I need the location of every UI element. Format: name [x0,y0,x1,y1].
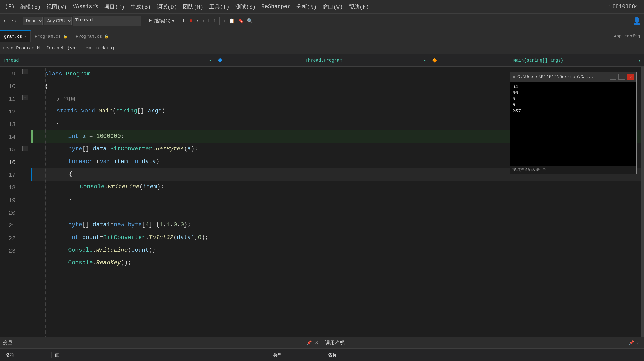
menu-item-analyze[interactable]: 分析(N) [294,2,320,12]
class-label: Thread.Program [305,58,342,63]
tab-close-2[interactable]: 🔒 [104,34,109,39]
code-line-17: Console.WriteLine(item); [31,180,640,193]
code-line-22: Console.WriteLine(count); [31,244,640,256]
debug-mode-dropdown[interactable]: Debu [23,16,42,25]
callstack-panel-body: 名称 [322,348,644,361]
toolbar-forward-btn[interactable]: ↪ [10,17,18,25]
line-num-21: 21 [0,220,20,232]
console-line-2: 66 [512,90,634,96]
tab-appconfig[interactable]: App.config [610,30,644,42]
menu-item-edit[interactable]: 编辑(E) [18,2,44,12]
console-minimize-btn[interactable]: － [610,74,616,80]
tab-close-active[interactable]: ✕ [24,34,27,39]
menu-item-test[interactable]: 测试(S) [232,2,259,12]
console-titlebar: ■ C:\Users\911512\Desktop\Ca... － □ ✕ [510,72,636,82]
line-num-11: 11 [0,93,20,106]
code-line-21: int count=BitConverter.ToInt32(data1,0); [31,231,640,244]
variables-columns: 名称 值 类型 [3,352,319,358]
namespace-chevron-icon: ▾ [209,58,212,63]
toolbar-sep-2 [144,17,144,25]
callstack-expand-btn[interactable]: ⤢ [636,340,641,346]
console-statusbar: 搜狗拼音输入法 全： [510,166,636,174]
collapse-11[interactable]: － [22,95,29,100]
variables-panel-body: 名称 值 类型 [0,348,322,361]
user-avatar-icon[interactable]: 👤 [632,16,642,26]
menu-item-window[interactable]: 窗口(W) [320,2,346,12]
tab-label-appconfig: App.config [614,34,640,39]
tab-programcs-1[interactable]: Program.cs 🔒 [31,30,72,42]
collapse-9[interactable]: － [22,69,29,74]
method-label: Main(string[] args) [514,58,564,63]
console-line-5: 257 [512,108,634,114]
line-num-23: 23 [0,245,20,258]
tabs-bar: gram.cs ✕ Program.cs 🔒 Program.cs 🔒 App.… [0,28,644,42]
toolbar-sep-3 [178,17,178,25]
console-line-3: 5 [512,96,634,102]
breadcrumb-left[interactable]: read.Program.M [3,46,40,51]
code-line-23: Console.ReadKey(); [31,256,640,269]
code-line-20: byte[] data1=new byte[4] {1,1,0,0}; [31,218,640,231]
console-line-4: 0 [512,102,634,108]
menu-item-file[interactable]: (F) [2,3,18,11]
menu-item-build[interactable]: 生成(B) [128,2,154,12]
menu-item-team[interactable]: 团队(M) [180,2,206,12]
misc-icon-1[interactable]: ⚡ [222,17,227,25]
menu-bar: (F) 编辑(E) 视图(V) VAssistX 项目(P) 生成(B) 调试(… [0,0,644,14]
variables-close-btn[interactable]: ✕ [314,340,319,346]
namespace-dropdown[interactable]: Thread ▾ [0,54,215,66]
thread-dropdown[interactable]: Thread [73,16,141,26]
menu-item-resharper[interactable]: ReSharper [258,3,294,11]
bottom-panels: 变量 📌 ✕ 名称 值 类型 调用堆栈 📌 ⤢ 名称 [0,337,644,361]
breadcrumb-right[interactable]: foreach (var item in data) [46,46,115,51]
console-restore-btn[interactable]: □ [618,74,625,80]
line-num-18: 18 [0,182,20,194]
tab-label: gram.cs [4,34,22,39]
debug-toolbar-icons: ⏸ ■ ↺ ↷ ↓ ↑ [181,17,217,25]
method-dropdown[interactable]: 🔶 Main(string[] args) ▾ [429,54,644,66]
class-icon: 🔷 [218,58,222,63]
code-line-19 [31,206,640,218]
variables-panel-controls: 📌 ✕ [306,340,319,346]
misc-icon-2[interactable]: 📋 [228,17,236,25]
step-over-icon[interactable]: ↷ [200,17,205,25]
toolbar-back-btn[interactable]: ↩ [2,17,9,25]
collapse-15[interactable]: － [22,146,29,151]
line-num-9: 9 [0,68,20,80]
menu-item-debug[interactable]: 调试(D) [154,2,180,12]
console-output: 64 66 5 0 257 [512,84,634,114]
callstack-columns: 名称 [325,352,641,358]
console-title-text: C:\Users\911512\Desktop\Ca... [518,74,608,79]
menu-item-help[interactable]: 帮助(H) [346,2,372,12]
var-col-value: 值 [52,352,270,358]
console-close-btn[interactable]: ✕ [627,74,634,80]
var-col-type: 类型 [270,352,319,358]
step-into-icon[interactable]: ↓ [206,17,211,24]
menu-item-tools[interactable]: 工具(T) [206,2,232,12]
step-out-icon[interactable]: ↑ [212,17,217,24]
stop-icon[interactable]: ■ [189,17,194,24]
callstack-pin-btn[interactable]: 📌 [628,340,634,346]
line-num-12: 12 [0,106,20,118]
class-dropdown[interactable]: 🔷 Thread.Program ▾ [215,54,430,66]
tab-programcs-2[interactable]: Program.cs 🔒 [72,30,113,42]
line-num-10: 10 [0,80,20,93]
misc-icon-4[interactable]: 🔍 [246,17,254,25]
tab-gramcs-active[interactable]: gram.cs ✕ [0,30,31,42]
variables-pin-btn[interactable]: 📌 [306,340,312,346]
code-line-18: } [31,193,640,206]
menu-item-vassistx[interactable]: VAssistX [70,3,102,11]
pause-icon[interactable]: ⏸ [181,17,188,25]
editor-scrollbar[interactable] [640,67,644,337]
console-body: 64 66 5 0 257 [510,82,636,166]
console-line-1: 64 [512,84,634,90]
cpu-dropdown[interactable]: Any CPU [44,16,72,25]
console-window: ■ C:\Users\911512\Desktop\Ca... － □ ✕ 64… [510,72,637,174]
menu-item-view[interactable]: 视图(V) [44,2,70,12]
var-col-name: 名称 [3,352,52,358]
tab-close-1[interactable]: 🔒 [63,34,68,39]
misc-icon-3[interactable]: 🔖 [237,17,245,25]
continue-btn[interactable]: ▶ 继续(C) ▾ [146,16,176,25]
restart-icon[interactable]: ↺ [194,17,200,25]
menu-item-project[interactable]: 项目(P) [101,2,128,12]
callstack-panel-title: 调用堆栈 [325,339,344,346]
